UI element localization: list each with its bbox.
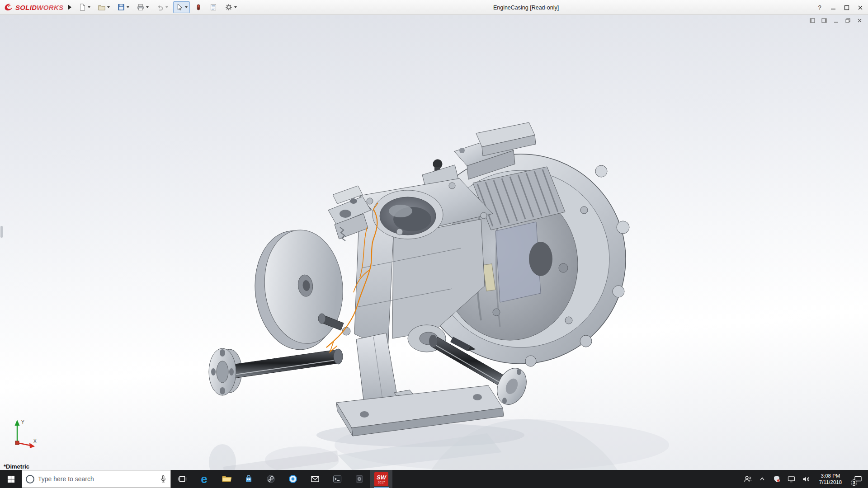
taskbar-clock[interactable]: 3:08 PM 7/11/2018 — [814, 473, 847, 485]
close-button[interactable] — [854, 0, 867, 15]
dropdown-caret-icon[interactable] — [127, 6, 129, 8]
clock-time: 3:08 PM — [815, 473, 846, 479]
brand-solid: SOLID — [15, 4, 37, 11]
brand-works: WORKS — [37, 4, 63, 11]
sw-tile-year: 2017 — [378, 481, 385, 484]
solidworks-2017-icon: SW 2017 — [374, 472, 388, 486]
file-explorer-icon — [222, 474, 231, 483]
taskbar-store-button[interactable] — [237, 470, 259, 488]
task-view-button[interactable] — [171, 470, 193, 488]
floor-reflection — [209, 419, 669, 470]
dropdown-caret-icon[interactable] — [88, 6, 90, 8]
task-view-icon — [178, 474, 187, 483]
undo-icon — [156, 3, 164, 11]
maximize-icon — [844, 5, 849, 10]
defender-shield-icon — [773, 475, 780, 483]
select-icon — [175, 3, 184, 11]
hidden-icons-chevron-icon — [759, 476, 765, 482]
start-button[interactable] — [0, 470, 22, 488]
y-axis-label: Y — [21, 420, 24, 425]
options-button[interactable] — [222, 1, 239, 13]
menu-flyout-arrow-icon[interactable] — [68, 5, 71, 10]
undo-button[interactable] — [154, 1, 170, 13]
taskbar-terminal-button[interactable] — [326, 470, 348, 488]
y-axis-arrow-icon — [15, 420, 20, 426]
taskbar-search[interactable] — [22, 470, 171, 488]
graphics-viewport[interactable]: Y X *Dimetric — [0, 15, 868, 470]
dropdown-caret-icon[interactable] — [185, 6, 188, 8]
app-titlebar: SOLIDWORKS — [0, 0, 868, 15]
print-icon — [137, 3, 145, 11]
defender-button[interactable] — [770, 470, 783, 488]
action-center-button[interactable]: 3 — [849, 470, 867, 488]
document-title: EngineCasing [Read-only] — [493, 0, 559, 15]
options-icon — [225, 3, 233, 11]
screen: SOLIDWORKS — [0, 0, 868, 488]
print-button[interactable] — [134, 1, 151, 13]
dropdown-caret-icon[interactable] — [146, 6, 149, 8]
terminal-icon — [333, 475, 342, 483]
model-mount-bar-left — [209, 348, 343, 395]
brand-text: SOLIDWORKS — [15, 4, 63, 11]
new-document-button[interactable] — [76, 1, 93, 13]
reference-triad: Y X — [10, 417, 39, 450]
dropdown-caret-icon[interactable] — [234, 6, 237, 8]
minimize-icon — [830, 5, 836, 10]
volume-icon — [802, 476, 810, 483]
taskbar-browser-button[interactable] — [282, 470, 304, 488]
steam-icon — [266, 474, 275, 483]
taskbar-file-explorer-button[interactable] — [215, 470, 237, 488]
help-icon: ? — [818, 4, 821, 11]
help-button[interactable]: ? — [813, 0, 826, 15]
solidworks-logo: SOLIDWORKS — [0, 0, 66, 14]
new-document-icon — [78, 3, 86, 11]
taskbar-edge-button[interactable]: e — [193, 470, 215, 488]
microphone-icon[interactable] — [160, 475, 167, 483]
file-properties-button[interactable] — [207, 1, 220, 13]
rebuild-icon — [195, 3, 202, 11]
maximize-button[interactable] — [840, 0, 854, 15]
edge-icon: e — [201, 473, 207, 485]
browser-icon — [288, 474, 297, 483]
taskbar-steam-button[interactable] — [259, 470, 282, 488]
taskbar-mail-button[interactable] — [304, 470, 326, 488]
engine-casing-model[interactable] — [0, 15, 868, 470]
start-icon — [7, 475, 15, 483]
cortana-icon — [26, 475, 34, 483]
mail-icon — [311, 475, 320, 483]
model-clutch-drum — [249, 226, 349, 354]
notification-badge: 3 — [851, 479, 857, 486]
quick-access-toolbar — [76, 1, 239, 13]
display-icon — [788, 476, 795, 483]
open-button[interactable] — [95, 1, 112, 13]
hidden-icons-button[interactable] — [756, 470, 769, 488]
window-controls: ? — [813, 0, 867, 15]
dark-app-icon — [355, 474, 364, 483]
people-icon — [744, 475, 752, 483]
search-input[interactable] — [38, 475, 156, 483]
save-button[interactable] — [115, 1, 132, 13]
volume-button[interactable] — [799, 470, 812, 488]
clock-date: 7/11/2018 — [815, 479, 846, 485]
save-icon — [117, 3, 125, 11]
taskbar-solidworks-button[interactable]: SW 2017 — [370, 470, 392, 488]
people-button[interactable] — [741, 470, 754, 488]
solidworks-swirl-icon — [4, 2, 14, 12]
origin-marker-icon — [15, 441, 19, 445]
x-axis-label: X — [33, 439, 37, 444]
open-icon — [98, 3, 106, 11]
view-orientation-label: *Dimetric — [4, 463, 29, 470]
system-tray: 3:08 PM 7/11/2018 3 — [741, 470, 868, 488]
dropdown-caret-icon[interactable] — [107, 6, 110, 8]
display-button[interactable] — [785, 470, 797, 488]
dropdown-caret-icon[interactable] — [165, 6, 168, 8]
rebuild-button[interactable] — [193, 1, 204, 13]
select-tool-button[interactable] — [173, 1, 190, 13]
store-icon — [244, 474, 253, 483]
close-icon — [858, 5, 863, 10]
windows-taskbar: e — [0, 470, 868, 488]
taskbar-dark-app-button[interactable] — [348, 470, 370, 488]
file-properties-icon — [209, 3, 217, 11]
minimize-button[interactable] — [826, 0, 840, 15]
sw-tile-text: SW — [377, 474, 386, 480]
